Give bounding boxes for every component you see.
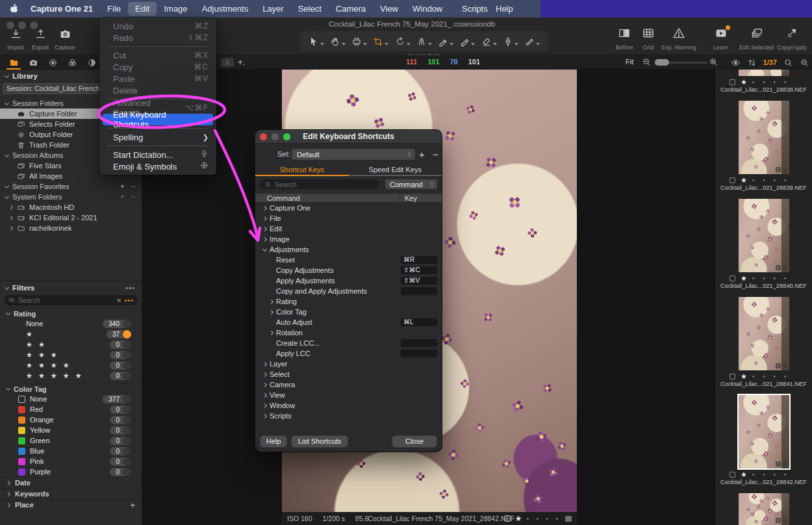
chevron-right-icon[interactable] bbox=[6, 480, 10, 485]
menu-edit[interactable]: Edit bbox=[128, 2, 157, 16]
add-button[interactable]: + bbox=[120, 192, 125, 201]
filter-toggle-off[interactable] bbox=[123, 372, 131, 380]
tool-caret-icon[interactable] bbox=[428, 43, 432, 45]
tab-speed-edit-keys[interactable]: Speed Edit Keys bbox=[349, 164, 442, 176]
zoom-slider[interactable] bbox=[655, 62, 707, 64]
tool-caret-icon[interactable] bbox=[493, 43, 497, 45]
filter-toggle-off[interactable] bbox=[123, 351, 131, 359]
thumbnail-rating-star[interactable]: ★ bbox=[741, 78, 747, 86]
thumbnail[interactable]: ↑ bbox=[739, 199, 789, 272]
filter-toggle-off[interactable] bbox=[123, 320, 131, 328]
menu-layer[interactable]: Layer bbox=[255, 2, 291, 16]
add-set-button[interactable]: + bbox=[419, 149, 425, 160]
thumbnail-rating-dots[interactable]: • • • • bbox=[752, 471, 789, 478]
filter-search-field[interactable]: ✕ ••• bbox=[4, 295, 138, 305]
chevron-right-icon[interactable] bbox=[262, 413, 267, 418]
apple-menu-icon[interactable] bbox=[4, 4, 23, 14]
draw-mask-tool[interactable] bbox=[503, 36, 518, 47]
capture-tab[interactable] bbox=[23, 55, 43, 70]
chevron-down-icon[interactable] bbox=[6, 386, 10, 391]
menu-item-paste[interactable]: Paste⌘V bbox=[103, 73, 213, 84]
thumbnail[interactable]: ↑ bbox=[739, 493, 789, 525]
shortcut-row-auto-adjust[interactable]: Auto Adjust⌘L bbox=[255, 317, 442, 327]
thumbnail-rating-star[interactable]: ★ bbox=[741, 176, 747, 185]
menu-item-spelling[interactable]: Spelling❯ bbox=[103, 131, 213, 143]
menu-item-delete[interactable]: Delete bbox=[103, 84, 213, 96]
shortcut-key-field[interactable] bbox=[401, 339, 437, 347]
zoom-out-icon[interactable] bbox=[642, 57, 652, 70]
menu-adjustments[interactable]: Adjustments bbox=[195, 2, 256, 16]
color-tag-filter-row[interactable]: Blue0 bbox=[0, 446, 142, 456]
chevron-right-icon[interactable] bbox=[269, 309, 273, 314]
rotate-tool[interactable] bbox=[395, 36, 411, 47]
filter-toggle-off[interactable] bbox=[123, 447, 131, 455]
grid-button[interactable]: Grid bbox=[642, 27, 655, 51]
filter-toggle-off[interactable] bbox=[123, 361, 131, 370]
remove-button[interactable]: − bbox=[131, 192, 135, 201]
copy-apply-button[interactable]: Copy/Apply bbox=[777, 27, 807, 51]
color-tag-filter-row[interactable]: Pink0 bbox=[0, 456, 142, 467]
menu-item-cut[interactable]: Cut⌘X bbox=[103, 49, 213, 61]
menu-item-undo[interactable]: Undo⌘Z bbox=[103, 20, 213, 32]
shortcut-row-rating[interactable]: Rating bbox=[255, 296, 442, 307]
tool-caret-icon[interactable] bbox=[342, 43, 346, 45]
filter-search-options-icon[interactable]: ••• bbox=[124, 296, 134, 304]
color-tag-filter-row[interactable]: Purple0 bbox=[0, 467, 142, 477]
zoom-fit-label[interactable]: Fit bbox=[626, 58, 633, 66]
thumbnail-pick-checkbox[interactable] bbox=[730, 177, 735, 183]
menu-item-start-dictation[interactable]: Start Dictation... bbox=[103, 149, 213, 160]
set-dropdown[interactable]: Default bbox=[292, 149, 415, 160]
menu-item-edit-keyboard-shortcuts[interactable]: Edit Keyboard Shortcuts... bbox=[103, 114, 213, 125]
search-scope-dropdown[interactable]: Command bbox=[385, 179, 437, 189]
shortcut-row-copy-adjustments[interactable]: Copy Adjustments⇧⌘C bbox=[255, 265, 442, 275]
add-button[interactable]: + bbox=[120, 182, 125, 191]
chevron-down-icon[interactable] bbox=[262, 246, 267, 251]
filter-count-toggle[interactable]: 0 bbox=[110, 372, 131, 380]
group-header-session-favorites[interactable]: Session Favorites+− bbox=[0, 181, 142, 192]
thumbnail-rating-star[interactable]: ★ bbox=[741, 470, 747, 479]
chevron-right-icon[interactable] bbox=[269, 299, 273, 303]
shortcut-row-select[interactable]: Select bbox=[255, 369, 442, 379]
shortcut-row-adjustments[interactable]: Adjustments bbox=[255, 244, 442, 255]
spot-removal-tool[interactable] bbox=[438, 36, 453, 47]
menu-help[interactable]: Help bbox=[488, 2, 520, 16]
menu-file[interactable]: File bbox=[100, 2, 128, 16]
close-button[interactable]: Close bbox=[392, 436, 437, 447]
filters-panel-header[interactable]: Filters ••• bbox=[0, 281, 142, 293]
shortcut-row-color-tag[interactable]: Color Tag bbox=[255, 307, 442, 317]
chevron-right-icon[interactable] bbox=[262, 372, 267, 376]
chevron-right-icon[interactable] bbox=[262, 216, 267, 220]
filter-count-toggle[interactable]: 0 bbox=[110, 361, 131, 370]
filter-count-toggle[interactable]: 0 bbox=[110, 457, 131, 466]
shortcut-key-field[interactable]: ⇧⌘C bbox=[401, 266, 437, 274]
filter-section-date[interactable]: Date bbox=[0, 477, 142, 488]
heal-brush-tool[interactable] bbox=[459, 36, 475, 47]
chevron-right-icon[interactable] bbox=[6, 491, 10, 496]
shortcut-row-rotation[interactable]: Rotation bbox=[255, 327, 442, 338]
erase-brush-tool[interactable] bbox=[481, 36, 497, 47]
filter-count-toggle[interactable]: 0 bbox=[110, 405, 131, 414]
menu-image[interactable]: Image bbox=[157, 2, 194, 16]
dialog-titlebar[interactable]: Edit Keyboard Shortcuts bbox=[255, 130, 442, 144]
menu-camera[interactable]: Camera bbox=[329, 2, 373, 16]
chevron-down-icon[interactable] bbox=[6, 311, 10, 315]
tool-caret-icon[interactable] bbox=[363, 43, 367, 45]
menu-item-redo[interactable]: Redo⇧⌘Z bbox=[103, 32, 213, 44]
chevron-right-icon[interactable] bbox=[8, 205, 13, 209]
tool-caret-icon[interactable] bbox=[514, 43, 518, 45]
filter-count-toggle[interactable]: 0 bbox=[110, 340, 131, 349]
filter-toggle-off[interactable] bbox=[123, 340, 131, 349]
shortcut-row-view[interactable]: View bbox=[255, 390, 442, 400]
color-tag-filter-row[interactable]: None377 bbox=[0, 394, 142, 404]
thumbnail-rating-dots[interactable]: • • • • bbox=[752, 373, 789, 380]
chevron-right-icon[interactable] bbox=[8, 215, 13, 220]
filters-menu-icon[interactable]: ••• bbox=[125, 284, 135, 292]
filter-toggle-off[interactable] bbox=[123, 395, 131, 403]
variant-stepper[interactable] bbox=[221, 58, 234, 67]
select-arrow-tool[interactable] bbox=[309, 36, 324, 47]
rating-filter-row[interactable]: ★ ★ ★ ★0 bbox=[0, 360, 142, 370]
viewer-rating-star[interactable]: ★ bbox=[515, 514, 522, 523]
shortcut-row-camera[interactable]: Camera bbox=[255, 379, 442, 390]
color-tag-filter-row[interactable]: Green0 bbox=[0, 435, 142, 446]
filter-count-toggle[interactable]: 0 bbox=[110, 437, 131, 445]
